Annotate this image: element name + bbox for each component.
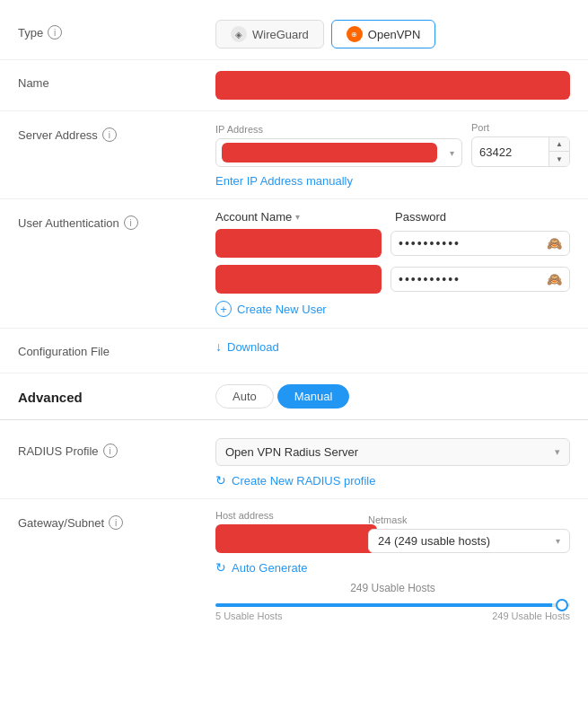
slider-max-label: 249 Usable Hosts bbox=[492, 611, 570, 621]
auth-password-header: Password bbox=[395, 210, 570, 224]
slider-track bbox=[215, 603, 570, 607]
server-address-row: Server Address i IP Address ▾ Port bbox=[0, 111, 588, 199]
ip-label: IP Address bbox=[215, 124, 462, 135]
download-link[interactable]: ↓ Download bbox=[215, 339, 570, 354]
auto-toggle-button[interactable]: Auto bbox=[215, 384, 274, 409]
advanced-row: Advanced Auto Manual bbox=[0, 373, 588, 420]
user-auth-label-text: User Authentication bbox=[18, 216, 119, 230]
port-increment[interactable]: ▲ bbox=[549, 137, 569, 152]
radius-profile-info-icon[interactable]: i bbox=[103, 444, 118, 458]
ip-bar bbox=[216, 139, 443, 166]
openvpn-label: OpenVPN bbox=[368, 28, 421, 41]
auth-password-field-2[interactable]: •••••••••• 🙈 bbox=[391, 267, 570, 292]
usable-hosts-label: 249 Usable Hosts bbox=[215, 582, 570, 594]
radius-profile-label-text: RADIUS Profile bbox=[18, 444, 99, 458]
name-label: Name bbox=[18, 71, 215, 90]
spacer bbox=[0, 420, 588, 427]
ip-section: IP Address ▾ bbox=[215, 124, 462, 167]
auto-generate-link[interactable]: ↻ Auto Generate bbox=[215, 560, 570, 575]
create-radius-text: Create New RADIUS profile bbox=[232, 474, 375, 488]
user-auth-label: User Authentication i bbox=[18, 210, 215, 230]
gateway-subnet-info-icon[interactable]: i bbox=[109, 515, 123, 530]
auth-password-field-1[interactable]: •••••••••• 🙈 bbox=[391, 231, 570, 256]
netmask-label: Netmask bbox=[368, 514, 570, 525]
wireguard-button[interactable]: ◈ WireGuard bbox=[215, 20, 324, 48]
port-decrement[interactable]: ▼ bbox=[549, 152, 569, 166]
advanced-label: Advanced bbox=[18, 384, 215, 405]
user-auth-row: User Authentication i Account Name ▾ Pas… bbox=[0, 199, 588, 329]
ip-dropdown-arrow: ▾ bbox=[443, 148, 461, 158]
port-input[interactable]: 63422 ▲ ▼ bbox=[471, 136, 570, 167]
create-user-text: Create New User bbox=[237, 303, 327, 316]
password-dots-1: •••••••••• bbox=[399, 236, 547, 250]
auto-generate-text: Auto Generate bbox=[232, 561, 308, 575]
netmask-dropdown-arrow: ▾ bbox=[556, 536, 560, 546]
config-file-label-text: Configuration File bbox=[18, 345, 110, 358]
slider-min-label: 5 Usable Hosts bbox=[215, 611, 283, 621]
plus-circle-icon: + bbox=[215, 301, 232, 317]
server-address-label: Server Address i bbox=[18, 122, 215, 142]
enter-manually-link[interactable]: Enter IP Address manually bbox=[215, 174, 353, 188]
gateway-subnet-control: Host address Netmask 24 (249 usable host… bbox=[215, 510, 570, 625]
name-control bbox=[215, 71, 570, 100]
config-file-row: Configuration File ↓ Download bbox=[0, 329, 588, 373]
port-section: Port 63422 ▲ ▼ bbox=[471, 122, 570, 167]
account-sort-icon[interactable]: ▾ bbox=[295, 212, 300, 222]
create-radius-link[interactable]: ↻ Create New RADIUS profile bbox=[215, 473, 570, 488]
config-file-control: ↓ Download bbox=[215, 339, 570, 354]
radius-profile-dropdown[interactable]: Open VPN Radius Server ▾ bbox=[215, 438, 570, 466]
wireguard-label: WireGuard bbox=[252, 28, 309, 41]
type-row: Type i ◈ WireGuard ⊕ OpenVPN bbox=[0, 9, 588, 60]
config-file-label: Configuration File bbox=[18, 339, 215, 358]
openvpn-icon: ⊕ bbox=[347, 26, 363, 42]
openvpn-button[interactable]: ⊕ OpenVPN bbox=[331, 20, 436, 48]
host-label: Host address bbox=[215, 510, 359, 521]
manual-toggle-button[interactable]: Manual bbox=[277, 384, 350, 409]
radius-profile-control: Open VPN Radius Server ▾ ↻ Create New RA… bbox=[215, 438, 570, 488]
radius-profile-selected: Open VPN Radius Server bbox=[225, 445, 555, 459]
auth-account-input-2[interactable] bbox=[215, 265, 382, 294]
auth-account-input-1[interactable] bbox=[215, 229, 382, 258]
advanced-toggle: Auto Manual bbox=[215, 384, 570, 409]
toggle-password-1[interactable]: 🙈 bbox=[547, 236, 562, 250]
radius-profile-label: RADIUS Profile i bbox=[18, 438, 215, 458]
password-dots-2: •••••••••• bbox=[399, 272, 547, 286]
name-input[interactable] bbox=[215, 71, 570, 100]
slider-labels: 5 Usable Hosts 249 Usable Hosts bbox=[215, 611, 570, 621]
radius-profile-row: RADIUS Profile i Open VPN Radius Server … bbox=[0, 427, 588, 499]
create-user-link[interactable]: + Create New User bbox=[215, 301, 570, 317]
gateway-subnet-label: Gateway/Subnet i bbox=[18, 510, 215, 530]
auth-row-1: •••••••••• 🙈 bbox=[215, 229, 570, 258]
ip-dropdown[interactable]: ▾ bbox=[215, 138, 462, 167]
auth-row-2: •••••••••• 🙈 bbox=[215, 265, 570, 294]
advanced-label-text: Advanced bbox=[18, 390, 83, 405]
type-label: Type i bbox=[18, 20, 215, 40]
port-label: Port bbox=[471, 122, 570, 133]
slider-thumb[interactable] bbox=[556, 599, 568, 611]
type-info-icon[interactable]: i bbox=[48, 25, 62, 40]
gateway-subnet-label-text: Gateway/Subnet bbox=[18, 516, 104, 530]
advanced-control: Auto Manual bbox=[215, 384, 570, 409]
account-name-header-text: Account Name bbox=[215, 210, 292, 224]
radius-dropdown-arrow: ▾ bbox=[555, 446, 560, 458]
ip-input[interactable] bbox=[222, 143, 437, 163]
type-label-text: Type bbox=[18, 26, 43, 40]
toggle-password-2[interactable]: 🙈 bbox=[547, 272, 562, 286]
download-label: Download bbox=[227, 340, 279, 354]
host-input[interactable] bbox=[215, 524, 377, 553]
netmask-dropdown[interactable]: 24 (249 usable hosts) ▾ bbox=[368, 529, 570, 553]
auto-generate-icon: ↻ bbox=[215, 560, 226, 575]
usable-hosts-slider[interactable]: 5 Usable Hosts 249 Usable Hosts bbox=[215, 600, 570, 625]
auth-account-header: Account Name ▾ bbox=[215, 210, 395, 224]
port-value[interactable]: 63422 bbox=[472, 141, 549, 163]
type-buttons: ◈ WireGuard ⊕ OpenVPN bbox=[215, 20, 570, 48]
name-label-text: Name bbox=[18, 76, 49, 90]
user-auth-info-icon[interactable]: i bbox=[124, 215, 138, 230]
wireguard-icon: ◈ bbox=[231, 26, 247, 42]
server-address-info-icon[interactable]: i bbox=[102, 127, 117, 142]
netmask-section: Netmask 24 (249 usable hosts) ▾ bbox=[368, 514, 570, 553]
auth-header: Account Name ▾ Password bbox=[215, 210, 570, 229]
user-auth-control: Account Name ▾ Password •••••••••• 🙈 •••… bbox=[215, 210, 570, 317]
download-icon: ↓ bbox=[215, 339, 222, 354]
host-section: Host address bbox=[215, 510, 359, 553]
